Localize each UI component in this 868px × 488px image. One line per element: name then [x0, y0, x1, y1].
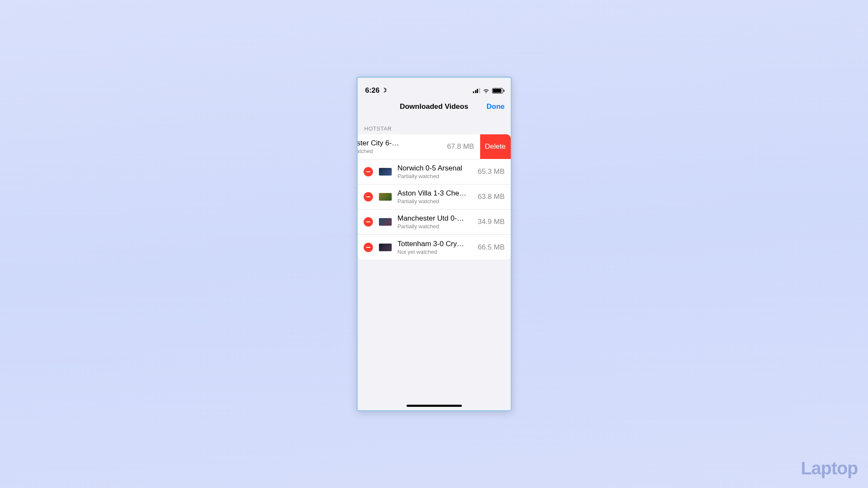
video-size: 34.9 MB — [478, 218, 504, 226]
delete-button[interactable]: Delete — [480, 134, 511, 159]
remove-icon[interactable] — [364, 167, 373, 176]
list-item[interactable]: Aston Villa 1-3 Che… Partially watched 6… — [358, 184, 511, 210]
video-title: Tottenham 3-0 Cry… — [398, 240, 475, 248]
remove-icon[interactable] — [364, 243, 373, 252]
section-header: HOTSTAR — [358, 116, 511, 134]
wifi-icon — [483, 88, 489, 93]
video-title: Manchester City 6-… — [358, 139, 444, 148]
status-time: 6:26 — [365, 86, 380, 95]
row-text: Tottenham 3-0 Cry… Not yet watched — [398, 240, 475, 255]
video-subtitle: Partially watched — [398, 173, 475, 179]
status-icons — [473, 88, 503, 94]
row-text: Manchester Utd 0-… Partially watched — [398, 214, 475, 230]
home-indicator[interactable] — [407, 405, 462, 407]
list-item[interactable]: Manchester Utd 0-… Partially watched 34.… — [358, 210, 511, 235]
row-text: Manchester City 6-… Partially watched — [358, 139, 444, 154]
do-not-disturb-icon: ☽ — [381, 87, 387, 94]
remove-icon[interactable] — [364, 192, 373, 201]
list-item[interactable]: Manchester City 6-… Partially watched 67… — [358, 134, 480, 159]
video-subtitle: Partially watched — [398, 223, 475, 230]
list-item[interactable]: Tottenham 3-0 Cry… Not yet watched 66.5 … — [358, 235, 511, 260]
video-size: 66.5 MB — [478, 243, 504, 252]
nav-bar: Downloaded Videos Done — [358, 97, 511, 116]
row-text: Aston Villa 1-3 Che… Partially watched — [398, 189, 475, 204]
status-bar: 6:26 ☽ — [358, 78, 511, 97]
video-thumbnail — [379, 193, 392, 201]
battery-icon — [492, 88, 503, 94]
page-title: Downloaded Videos — [400, 102, 468, 111]
video-list: Manchester City 6-… Partially watched 67… — [358, 134, 511, 260]
phone-frame: 6:26 ☽ Downloaded Videos Done HOTSTAR Ma… — [356, 77, 512, 411]
video-size: 65.3 MB — [478, 167, 504, 176]
video-title: Norwich 0-5 Arsenal — [398, 164, 475, 173]
done-button[interactable]: Done — [487, 102, 505, 111]
video-size: 67.8 MB — [447, 142, 474, 151]
watermark: Laptop — [801, 458, 858, 479]
row-text: Norwich 0-5 Arsenal Partially watched — [398, 164, 475, 179]
video-title: Manchester Utd 0-… — [398, 214, 475, 223]
video-title: Aston Villa 1-3 Che… — [398, 189, 475, 198]
video-thumbnail — [379, 244, 392, 251]
content-area: HOTSTAR Manchester City 6-… Partially wa… — [358, 116, 511, 410]
video-subtitle: Partially watched — [398, 198, 475, 204]
status-time-group: 6:26 ☽ — [365, 86, 387, 95]
video-thumbnail — [379, 218, 392, 226]
cellular-signal-icon — [473, 88, 480, 93]
video-subtitle: Not yet watched — [398, 249, 475, 255]
video-size: 63.8 MB — [478, 193, 504, 201]
remove-icon[interactable] — [364, 217, 373, 227]
list-item[interactable]: Norwich 0-5 Arsenal Partially watched 65… — [358, 159, 511, 184]
video-subtitle: Partially watched — [358, 148, 444, 154]
video-thumbnail — [379, 168, 392, 176]
